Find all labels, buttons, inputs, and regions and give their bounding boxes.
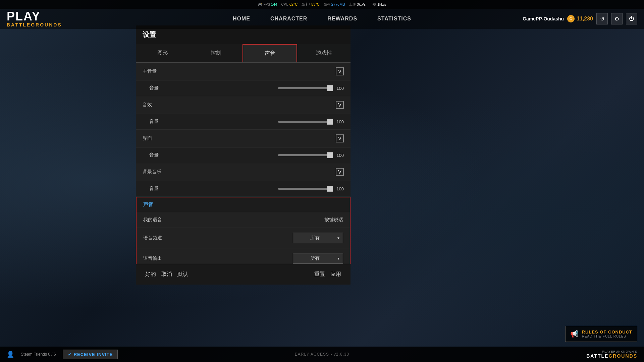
ui-vol-label: 音量 (149, 152, 183, 158)
master-volume-control: V (336, 67, 344, 75)
pubg-logo-bottom: PLAYERUNKNOWN'S BATTLEGROUNDS (586, 350, 637, 359)
ui-sound-control: V (336, 134, 344, 142)
sfx-vol-label: 音量 (149, 119, 183, 125)
nav-links: HOME CHARACTER REWARDS STATISTICS (233, 14, 411, 23)
sfx-control: V (336, 101, 344, 109)
ui-sound-row: 界面 V (136, 130, 351, 147)
voice-section: 声音 我的语音 按键说话 语音频道 所有 语音输出 所有 所有 (136, 197, 351, 264)
rules-box[interactable]: 📢 RULES OF CONDUCT READ THE FULL RULES (565, 326, 637, 342)
fps-label: 🎮 (258, 2, 263, 7)
logo-battlegrounds: BATTLEGROUNDS (7, 22, 62, 27)
master-volume-toggle[interactable]: V (336, 67, 344, 75)
sfx-label: 音效 (143, 102, 176, 108)
master-vol-track[interactable] (278, 87, 332, 89)
sfx-vol-value: 100 (334, 119, 344, 124)
upload-icon: 上传 (349, 2, 356, 7)
ui-vol-track[interactable] (278, 154, 332, 156)
sfx-row: 音效 V (136, 96, 351, 114)
topbar-download: 下载 1kb/s (370, 2, 386, 7)
voice-channel-btn[interactable]: 所有 (293, 233, 343, 243)
master-vol-slider-container: 100 (278, 86, 344, 91)
rules-subtitle: READ THE FULL RULES (582, 335, 632, 338)
bgm-row: 背景音乐 V (136, 163, 351, 181)
bgm-vol-track[interactable] (278, 188, 332, 190)
tab-controls[interactable]: 控制 (189, 44, 243, 62)
my-voice-label: 我的语音 (143, 217, 177, 223)
sfx-vol-thumb[interactable] (327, 119, 333, 125)
topbar-fps: 🎮 FPS 144 (258, 2, 277, 7)
nav-right: GamePP-Oudashu G 11,230 ↺ ⚙ ⏻ (523, 13, 637, 24)
voice-output-btn[interactable]: 所有 (293, 253, 343, 264)
voice-output-row: 语音输出 所有 所有 仅队伍 无 (137, 248, 350, 264)
ui-sound-slider-row: 音量 100 (136, 147, 351, 163)
power-button[interactable]: ⏻ (626, 13, 637, 24)
voice-channel-dropdown[interactable]: 所有 (293, 233, 343, 243)
settings-panel: 设置 图形 控制 声音 游戏性 主音量 V 音量 100 (136, 25, 351, 285)
bgm-vol-thumb[interactable] (327, 186, 333, 192)
nav-link-character[interactable]: CHARACTER (270, 14, 307, 23)
voice-channel-row: 语音频道 所有 (137, 228, 350, 248)
download-icon: 下载 (370, 2, 376, 7)
mem-value: 2776MB (331, 2, 345, 6)
voice-section-header: 声音 (137, 197, 350, 212)
voice-output-dropdown[interactable]: 所有 所有 仅队伍 无 (293, 253, 343, 264)
friends-text: Steam Friends 0 / 6 (21, 352, 56, 357)
logo-play: PLAY (7, 10, 62, 22)
nav-username: GamePP-Oudashu (523, 16, 564, 21)
ui-vol-container: 100 (278, 153, 344, 158)
bgm-slider-row: 音量 100 (136, 181, 351, 197)
rules-text: RULES OF CONDUCT READ THE FULL RULES (582, 329, 632, 338)
ui-sound-label: 界面 (143, 135, 176, 141)
cancel-button[interactable]: 取消 (159, 269, 175, 279)
sfx-vol-track[interactable] (278, 121, 332, 123)
sfx-slider-row: 音量 100 (136, 114, 351, 130)
cpu-icon: CPU (281, 3, 288, 6)
apply-button[interactable]: 应用 (328, 269, 344, 279)
settings-content: 主音量 V 音量 100 音效 V 音量 (136, 63, 351, 264)
download-value: 1kb/s (377, 2, 386, 6)
settings-tabs: 图形 控制 声音 游戏性 (136, 44, 351, 63)
master-vol-value: 100 (334, 86, 344, 91)
bgm-toggle[interactable]: V (336, 168, 344, 176)
mem-icon: 显存 (324, 2, 330, 7)
ok-button[interactable]: 好的 (143, 269, 159, 279)
bgm-label: 背景音乐 (143, 169, 176, 175)
receive-invite-button[interactable]: RECEIVE INVITE (63, 350, 118, 359)
settings-button[interactable]: ⚙ (611, 13, 623, 24)
ui-vol-thumb[interactable] (327, 152, 333, 158)
master-volume-slider-row: 音量 100 (136, 80, 351, 96)
fps-icon: FPS (264, 3, 270, 6)
nav-link-statistics[interactable]: STATISTICS (377, 14, 411, 23)
reset-button[interactable]: 重置 (312, 269, 328, 279)
topbar-upload: 上传 0kb/s (349, 2, 366, 7)
bgm-control: V (336, 168, 344, 176)
master-volume-row: 主音量 V (136, 63, 351, 80)
nav-link-rewards[interactable]: REWARDS (327, 14, 357, 23)
early-access-text: EARLY ACCESS - v2.6.30 (295, 352, 349, 357)
gpu-icon: 显卡+ (302, 2, 310, 7)
default-button[interactable]: 默认 (175, 269, 191, 279)
master-vol-fill (278, 87, 332, 89)
navbar: PLAY BATTLEGROUNDS HOME CHARACTER REWARD… (0, 9, 644, 29)
tab-graphics[interactable]: 图形 (136, 44, 189, 62)
voice-output-label: 语音输出 (143, 255, 177, 261)
nav-link-home[interactable]: HOME (233, 14, 250, 23)
my-voice-row: 我的语音 按键说话 (137, 212, 350, 228)
nav-currency: G 11,230 (567, 15, 593, 22)
refresh-button[interactable]: ↺ (596, 13, 608, 24)
pubg-small-text: PLAYERUNKNOWN'S (602, 350, 637, 353)
tab-gameplay[interactable]: 游戏性 (297, 44, 351, 62)
ui-vol-fill (278, 154, 332, 156)
friends-icon: 👤 (7, 351, 14, 358)
nav-logo: PLAY BATTLEGROUNDS (7, 10, 62, 27)
tab-sound[interactable]: 声音 (243, 44, 297, 62)
master-vol-thumb[interactable] (327, 85, 333, 91)
rules-title: RULES OF CONDUCT (582, 329, 632, 335)
bgm-vol-container: 100 (278, 186, 344, 191)
voice-channel-label: 语音频道 (143, 235, 177, 241)
sfx-toggle[interactable]: V (336, 101, 344, 109)
bgm-vol-value: 100 (334, 186, 344, 191)
ui-sound-toggle[interactable]: V (336, 134, 344, 142)
bgm-vol-label: 音量 (149, 186, 183, 192)
master-vol-label: 音量 (149, 85, 183, 91)
